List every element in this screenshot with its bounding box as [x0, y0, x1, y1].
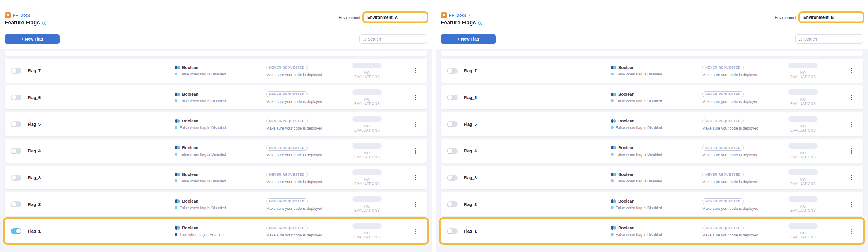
variation-dot-icon — [611, 233, 614, 236]
variation-dot-icon — [611, 206, 614, 209]
flag-toggle[interactable] — [11, 121, 22, 127]
flag-name[interactable]: Flag_2 — [464, 202, 611, 207]
flag-toggle[interactable] — [11, 175, 22, 181]
flag-toggle[interactable] — [447, 121, 458, 127]
status-note: Make sure your code is deployed — [702, 180, 788, 184]
evaluations-bar — [352, 89, 382, 95]
default-rule-text: False when flag is Disabled — [180, 206, 226, 210]
status-note: Make sure your code is deployed — [702, 206, 788, 211]
chevron-down-icon — [422, 15, 425, 19]
search-icon — [799, 38, 802, 41]
flag-name[interactable]: Flag_4 — [28, 149, 175, 153]
flag-toggle[interactable] — [11, 228, 22, 234]
status-note: Make sure your code is deployed — [266, 153, 352, 157]
row-menu-button[interactable] — [847, 198, 856, 210]
status-badge: NEVER-REQUESTED — [266, 91, 308, 97]
flag-row: Flag_1 Boolean True when flag is Enabled… — [5, 219, 427, 243]
feature-flags-panel: ⚑ FF_Docs › Feature Flags i Environment … — [436, 0, 868, 252]
flag-name[interactable]: Flag_5 — [28, 122, 175, 127]
status-note: Make sure your code is deployed — [266, 233, 352, 237]
row-menu-button[interactable] — [847, 225, 856, 237]
boolean-type-icon — [611, 199, 616, 203]
row-menu-button[interactable] — [411, 225, 420, 237]
row-menu-button[interactable] — [411, 65, 420, 77]
flag-name[interactable]: Flag_2 — [28, 202, 175, 207]
new-flag-button[interactable]: + New Flag — [5, 34, 60, 44]
search-input[interactable] — [368, 37, 418, 41]
flag-toggle[interactable] — [447, 228, 458, 234]
info-icon[interactable]: i — [42, 21, 46, 25]
flag-name[interactable]: Flag_6 — [28, 95, 175, 100]
row-menu-button[interactable] — [411, 172, 420, 184]
flag-row: Flag_6 Boolean False when flag is Disabl… — [441, 86, 863, 109]
flag-name[interactable]: Flag_5 — [464, 122, 611, 127]
status-badge: NEVER-REQUESTED — [266, 118, 308, 124]
evaluations-label: NO EVALUATIONS — [788, 151, 818, 159]
flag-name[interactable]: Flag_4 — [464, 149, 611, 153]
breadcrumb-project-link[interactable]: FF_Docs — [13, 13, 30, 18]
boolean-type-icon — [175, 226, 180, 230]
flag-name[interactable]: Flag_1 — [28, 229, 175, 233]
environment-select[interactable]: Environment_B — [800, 13, 863, 22]
row-menu-button[interactable] — [847, 92, 856, 103]
toggle-knob — [447, 175, 452, 180]
flag-name[interactable]: Flag_7 — [28, 68, 175, 73]
default-rule-text: False when flag is Disabled — [616, 125, 662, 130]
row-menu-button[interactable] — [847, 145, 856, 157]
boolean-type-icon — [175, 66, 180, 69]
flag-type-label: Boolean — [182, 65, 198, 70]
flag-toggle[interactable] — [11, 68, 22, 74]
status-note: Make sure your code is deployed — [702, 99, 788, 104]
evaluations-bar — [788, 169, 818, 175]
flag-toggle[interactable] — [11, 201, 22, 207]
flag-type-label: Boolean — [182, 172, 198, 177]
info-icon[interactable]: i — [478, 21, 483, 25]
boolean-type-icon — [175, 173, 180, 176]
flag-toggle[interactable] — [11, 148, 22, 154]
row-menu-button[interactable] — [411, 92, 420, 103]
flag-name[interactable]: Flag_3 — [28, 175, 175, 180]
status-note: Make sure your code is deployed — [702, 233, 788, 237]
flag-rows: Flag_7 Boolean False when flag is Disabl… — [5, 59, 427, 243]
flag-toggle[interactable] — [447, 175, 458, 181]
evaluations-label: NO EVALUATIONS — [352, 97, 382, 106]
flag-toggle[interactable] — [447, 95, 458, 100]
environment-select[interactable]: Environment_A — [364, 13, 427, 22]
flag-name[interactable]: Flag_6 — [464, 95, 611, 100]
toggle-knob — [447, 122, 452, 127]
row-menu-button[interactable] — [411, 198, 420, 210]
evaluations-bar — [788, 116, 818, 122]
row-menu-button[interactable] — [411, 118, 420, 130]
toggle-knob — [16, 229, 21, 233]
evaluations-label: NO EVALUATIONS — [352, 124, 382, 132]
evaluations-label: NO EVALUATIONS — [352, 231, 382, 240]
search-input[interactable] — [804, 37, 854, 41]
breadcrumb-separator: › — [468, 13, 470, 17]
new-flag-button[interactable]: + New Flag — [441, 34, 496, 44]
flag-toggle[interactable] — [447, 68, 458, 74]
evaluations-bar — [352, 116, 382, 122]
variation-dot-icon — [175, 99, 178, 102]
flag-name[interactable]: Flag_1 — [464, 229, 611, 233]
flag-toggle[interactable] — [447, 201, 458, 207]
row-menu-button[interactable] — [847, 172, 856, 184]
flag-name[interactable]: Flag_3 — [464, 175, 611, 180]
flag-row: Flag_7 Boolean False when flag is Disabl… — [441, 59, 863, 83]
breadcrumb-project-link[interactable]: FF_Docs — [449, 13, 466, 18]
status-note: Make sure your code is deployed — [266, 180, 352, 184]
flag-type-label: Boolean — [182, 146, 198, 150]
flag-toggle[interactable] — [447, 148, 458, 154]
row-menu-button[interactable] — [847, 118, 856, 130]
flag-type-label: Boolean — [618, 119, 634, 123]
feature-flags-panel: ⚑ FF_Docs › Feature Flags i Environment … — [0, 0, 432, 252]
default-rule-text: True when flag is Enabled — [180, 232, 224, 237]
flag-name[interactable]: Flag_7 — [464, 68, 611, 73]
row-menu-button[interactable] — [847, 65, 856, 77]
flag-toggle[interactable] — [11, 95, 22, 100]
flag-row: Flag_2 Boolean False when flag is Disabl… — [5, 192, 427, 216]
variation-dot-icon — [611, 72, 614, 75]
flag-type-label: Boolean — [618, 226, 634, 230]
row-menu-button[interactable] — [411, 145, 420, 157]
evaluations-bar — [788, 143, 818, 149]
page-title: Feature Flags — [441, 20, 476, 26]
